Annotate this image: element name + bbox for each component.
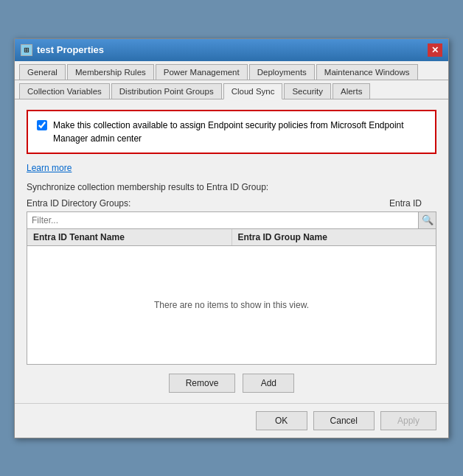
filter-input[interactable] <box>27 212 418 228</box>
search-button[interactable]: 🔍 <box>418 212 436 228</box>
tab-collection-variables[interactable]: Collection Variables <box>19 83 110 99</box>
content-area: Make this collection available to assign… <box>15 99 448 403</box>
window-icon: ⊞ <box>21 44 32 56</box>
col-header-group: Entra ID Group Name <box>232 229 436 245</box>
endpoint-checkbox-label: Make this collection available to assign… <box>53 119 426 145</box>
footer-row: OK Cancel Apply <box>15 403 448 438</box>
tab-general[interactable]: General <box>19 64 66 80</box>
tab-security[interactable]: Security <box>284 83 331 99</box>
directory-groups-header: Entra ID Directory Groups: Entra ID <box>27 198 436 209</box>
tabs-row2: Collection Variables Distribution Point … <box>15 80 448 99</box>
tab-power-management[interactable]: Power Management <box>156 64 248 80</box>
window-title: test Properties <box>37 44 104 55</box>
search-icon: 🔍 <box>422 214 434 225</box>
endpoint-checkbox[interactable] <box>37 120 47 130</box>
col-header-tenant: Entra ID Tenant Name <box>27 229 232 245</box>
add-button[interactable]: Add <box>243 374 294 393</box>
table-header: Entra ID Tenant Name Entra ID Group Name <box>27 229 436 246</box>
ok-button[interactable]: OK <box>256 411 307 430</box>
learn-more-link[interactable]: Learn more <box>27 163 72 173</box>
directory-groups-label: Entra ID Directory Groups: <box>27 198 130 209</box>
tab-alerts[interactable]: Alerts <box>333 83 370 99</box>
tabs-row1: General Membership Rules Power Managemen… <box>15 61 448 80</box>
apply-button[interactable]: Apply <box>380 411 436 430</box>
close-button[interactable]: ✕ <box>428 43 442 57</box>
remove-add-row: Remove Add <box>27 374 436 393</box>
tab-distribution-point-groups[interactable]: Distribution Point Groups <box>111 83 222 99</box>
table-body-empty: There are no items to show in this view. <box>27 246 436 364</box>
sync-label: Synchronize collection membership result… <box>27 182 436 192</box>
tab-deployments[interactable]: Deployments <box>249 64 315 80</box>
entra-id-col-label: Entra ID <box>389 198 422 209</box>
empty-message: There are no items to show in this view. <box>154 300 309 310</box>
title-bar: ⊞ test Properties ✕ <box>15 39 448 61</box>
filter-row: 🔍 <box>27 211 436 229</box>
groups-table: Entra ID Tenant Name Entra ID Group Name… <box>27 229 436 365</box>
properties-window: ⊞ test Properties ✕ General Membership R… <box>14 38 449 438</box>
tab-cloud-sync[interactable]: Cloud Sync <box>223 83 283 99</box>
remove-button[interactable]: Remove <box>169 374 236 393</box>
cancel-button[interactable]: Cancel <box>313 411 375 430</box>
tab-membership-rules[interactable]: Membership Rules <box>67 64 154 80</box>
endpoint-checkbox-section: Make this collection available to assign… <box>27 110 436 154</box>
tab-maintenance-windows[interactable]: Maintenance Windows <box>316 64 418 80</box>
